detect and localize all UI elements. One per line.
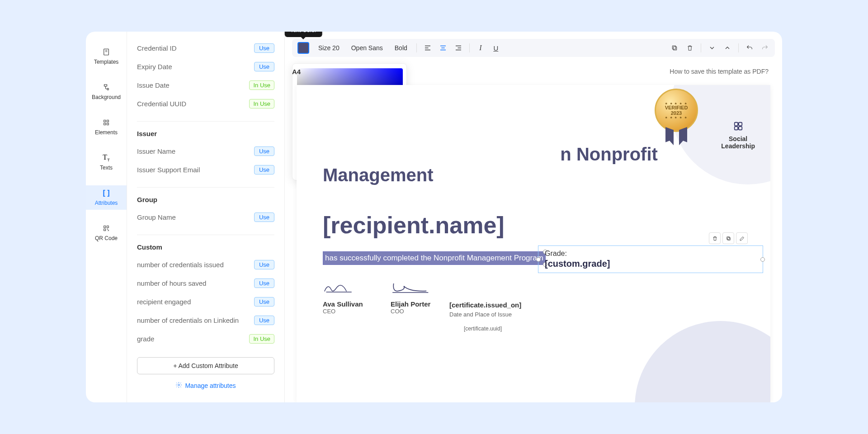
brackets-icon: [ ] — [102, 189, 110, 197]
svg-rect-11 — [672, 46, 675, 49]
svg-rect-0 — [104, 49, 109, 55]
nav-templates[interactable]: Templates — [86, 44, 127, 69]
use-button[interactable]: Use — [254, 260, 274, 269]
svg-rect-8 — [104, 229, 106, 231]
signature-1[interactable]: Ava Sullivan CEO — [323, 279, 363, 315]
attr-row: Issue DateIn Use — [137, 76, 274, 94]
attr-row: Credential IDUse — [137, 39, 274, 57]
file-icon — [102, 48, 110, 56]
chevron-up-icon[interactable] — [723, 43, 732, 52]
nav-background[interactable]: Background — [86, 80, 127, 104]
certificate-title[interactable]: Certificate of Achievement in NonprofitM… — [323, 144, 658, 185]
underline-icon[interactable]: U — [491, 43, 500, 52]
selection-actions — [709, 232, 748, 244]
use-button[interactable]: Use — [254, 297, 274, 307]
svg-rect-13 — [726, 236, 729, 239]
svg-rect-1 — [107, 88, 108, 90]
copy-icon[interactable] — [670, 43, 679, 52]
edit-icon[interactable] — [736, 232, 748, 244]
uuid-placeholder[interactable]: [certificate.uuid] — [464, 326, 502, 332]
font-weight-select[interactable]: Bold — [392, 42, 410, 53]
undo-icon[interactable] — [745, 43, 754, 52]
gear-icon — [175, 382, 182, 390]
align-right-icon[interactable] — [454, 43, 463, 52]
grade-label: Grade: — [545, 250, 756, 258]
svg-rect-16 — [734, 127, 737, 130]
align-left-icon[interactable] — [423, 43, 432, 52]
bg-circle-2 — [635, 321, 770, 402]
use-button[interactable]: Use — [254, 316, 274, 325]
qr-icon — [102, 224, 110, 232]
svg-rect-3 — [107, 120, 108, 122]
chevron-down-icon[interactable] — [708, 43, 717, 52]
font-size-select[interactable]: Size 20 — [316, 42, 342, 53]
inuse-badge: In Use — [249, 80, 274, 90]
attr-row: Expiry DateUse — [137, 57, 274, 76]
text-color-button[interactable]: Text Color — [297, 42, 309, 54]
signature-2[interactable]: Elijah Porter COO — [391, 279, 436, 315]
selected-grade-element[interactable]: Grade: [custom.grade] — [538, 245, 763, 273]
font-family-select[interactable]: Open Sans — [349, 42, 386, 53]
attr-row: Credential UUIDIn Use — [137, 94, 274, 113]
inuse-badge: In Use — [249, 334, 274, 344]
issued-on-placeholder[interactable]: [certificate.issued_on] — [449, 301, 521, 309]
add-custom-attribute-button[interactable]: + Add Custom Attribute — [137, 357, 274, 374]
attr-row: recipient engagedUse — [137, 292, 274, 311]
use-button[interactable]: Use — [254, 278, 274, 288]
attributes-panel: Credential IDUse Expiry DateUse Issue Da… — [127, 32, 285, 402]
section-issuer: Issuer — [137, 121, 274, 137]
nav-qrcode[interactable]: QR Code — [86, 221, 127, 245]
text-toolbar: Text Color Size 20 Open Sans Bold I U — [292, 39, 775, 57]
medal-icon: ★ ★ ★ ★ ★ VERIFIED 2023 ★ ★ ★ ★ ★ — [655, 89, 698, 132]
recipient-name-placeholder[interactable]: [recipient.name] — [323, 212, 505, 239]
trash-icon[interactable] — [709, 232, 721, 244]
nav-texts[interactable]: TT Texts — [86, 150, 127, 175]
section-custom: Custom — [137, 235, 274, 251]
text-icon: TT — [102, 154, 110, 162]
nav-elements[interactable]: Elements — [86, 115, 127, 139]
attr-row: number of credentials issuedUse — [137, 255, 274, 274]
use-button[interactable]: Use — [254, 212, 274, 222]
verified-badge[interactable]: ★ ★ ★ ★ ★ VERIFIED 2023 ★ ★ ★ ★ ★ — [655, 89, 698, 146]
svg-rect-15 — [739, 123, 742, 126]
use-button[interactable]: Use — [254, 146, 274, 156]
resize-handle[interactable] — [536, 257, 541, 262]
tooltip: Text Color — [285, 32, 322, 37]
issued-on-label: Date and Place of Issue — [449, 311, 512, 318]
svg-point-9 — [178, 384, 180, 386]
redo-icon[interactable] — [760, 43, 769, 52]
paint-icon — [102, 83, 110, 91]
copy-icon[interactable] — [722, 232, 734, 244]
certificate-canvas[interactable]: Certificate of Achievement in NonprofitM… — [297, 85, 770, 402]
svg-rect-4 — [104, 123, 106, 125]
social-leadership-badge[interactable]: Social Leadership — [721, 121, 755, 150]
use-button[interactable]: Use — [254, 165, 274, 175]
attr-row: Issuer NameUse — [137, 142, 274, 160]
attr-row: number of credentials on LinkedinUse — [137, 311, 274, 330]
svg-rect-14 — [734, 123, 737, 126]
svg-rect-6 — [104, 226, 106, 228]
left-nav: Templates Background Elements TT Texts [… — [86, 32, 127, 402]
certificate-body-text[interactable]: has successfully completed the Nonprofit… — [323, 251, 546, 265]
svg-rect-12 — [727, 237, 730, 240]
attr-row: Group NameUse — [137, 208, 274, 226]
svg-rect-10 — [673, 47, 676, 50]
help-save-pdf-link[interactable]: How to save this template as PDF? — [670, 68, 769, 75]
align-center-icon[interactable] — [439, 43, 448, 52]
attr-row: number of hours savedUse — [137, 274, 274, 292]
attr-row: gradeIn Use — [137, 330, 274, 348]
grade-value-placeholder: [custom.grade] — [545, 259, 756, 269]
use-button[interactable]: Use — [254, 62, 274, 71]
attr-row: Issuer Support EmailUse — [137, 160, 274, 179]
nav-attributes[interactable]: [ ] Attributes — [86, 185, 127, 210]
grid-icon — [102, 118, 110, 127]
italic-icon[interactable]: I — [476, 43, 485, 52]
trash-icon[interactable] — [685, 43, 694, 52]
resize-handle[interactable] — [760, 257, 765, 262]
signatures-row: Ava Sullivan CEO Elijah Porter COO — [323, 279, 436, 315]
attr-top-group: Credential IDUse Expiry DateUse Issue Da… — [137, 39, 274, 113]
use-button[interactable]: Use — [254, 43, 274, 53]
svg-rect-17 — [739, 127, 742, 130]
canvas-size-label: A4 — [292, 68, 301, 75]
manage-attributes-link[interactable]: Manage attributes — [137, 382, 274, 390]
